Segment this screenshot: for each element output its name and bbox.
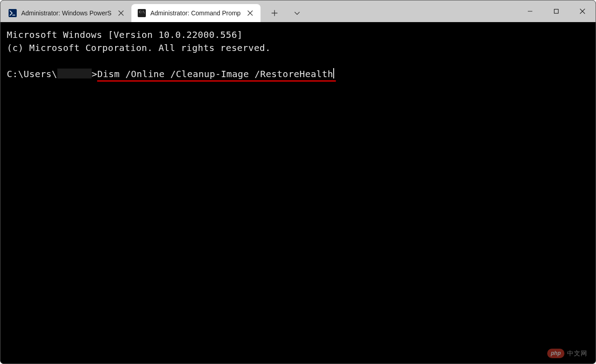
svg-text:C:\: C:\ <box>139 10 145 14</box>
tab-strip: Administrator: Windows PowerS C:\ Admini… <box>0 0 261 22</box>
banner-line: (c) Microsoft Corporation. All rights re… <box>7 42 271 53</box>
window-controls <box>517 0 596 22</box>
svg-rect-0 <box>9 9 17 17</box>
titlebar-drag-region[interactable] <box>307 0 517 22</box>
svg-rect-5 <box>554 9 559 14</box>
tab-cmd[interactable]: C:\ Administrator: Command Promp <box>131 4 261 22</box>
tab-dropdown-button[interactable] <box>287 4 307 22</box>
terminal-viewport[interactable]: Microsoft Windows [Version 10.0.22000.55… <box>0 22 596 364</box>
prompt-suffix: > <box>92 69 97 79</box>
watermark-text: 中文网 <box>567 349 587 358</box>
maximize-button[interactable] <box>543 0 569 22</box>
watermark: php 中文网 <box>547 349 587 358</box>
close-button[interactable] <box>569 0 596 22</box>
new-tab-button[interactable] <box>264 4 285 22</box>
terminal-window: Administrator: Windows PowerS C:\ Admini… <box>0 0 596 364</box>
powershell-icon <box>9 9 17 17</box>
redacted-username <box>57 69 92 78</box>
tab-close-button[interactable] <box>245 8 255 18</box>
annotation-underline <box>97 80 336 82</box>
text-cursor <box>333 68 334 78</box>
tab-powershell[interactable]: Administrator: Windows PowerS <box>2 4 131 22</box>
minimize-button[interactable] <box>517 0 543 22</box>
cmd-icon: C:\ <box>138 9 146 17</box>
watermark-badge: php <box>547 349 564 358</box>
titlebar: Administrator: Windows PowerS C:\ Admini… <box>0 0 596 22</box>
tab-title: Administrator: Windows PowerS <box>21 9 112 17</box>
command-wrap: Dism /Online /Cleanup-Image /RestoreHeal… <box>97 68 333 81</box>
banner-line: Microsoft Windows [Version 10.0.22000.55… <box>7 29 243 40</box>
tab-actions <box>261 0 307 22</box>
prompt-prefix: C:\Users\ <box>7 69 57 79</box>
tab-close-button[interactable] <box>116 8 126 18</box>
command-text: Dism /Online /Cleanup-Image /RestoreHeal… <box>97 69 333 79</box>
tab-title: Administrator: Command Promp <box>150 9 241 17</box>
